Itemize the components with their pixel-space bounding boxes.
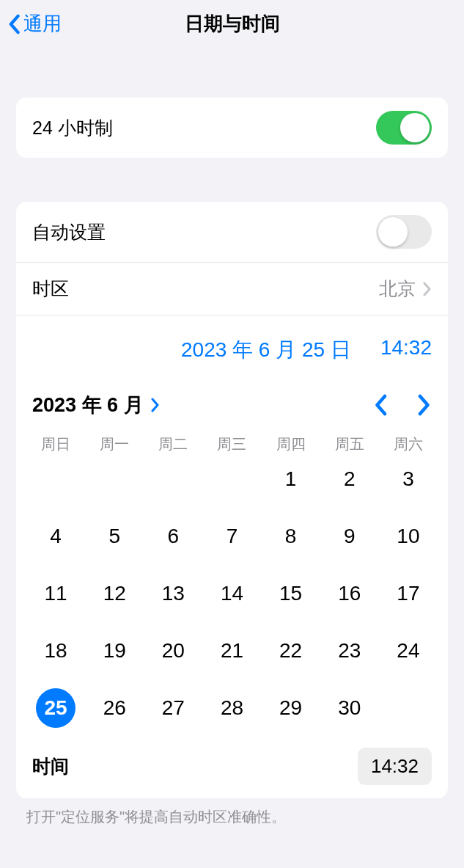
day-cell[interactable]: 12 (85, 577, 144, 610)
timezone-row[interactable]: 时区 北京 (16, 262, 448, 315)
chevron-right-icon (151, 398, 160, 412)
day-empty (144, 463, 202, 495)
24hour-switch[interactable] (376, 111, 432, 145)
day-cell[interactable]: 11 (26, 577, 85, 610)
page-title: 日期与时间 (185, 11, 280, 37)
day-cell[interactable]: 1 (262, 463, 320, 495)
day-cell[interactable]: 28 (202, 692, 261, 724)
day-cell[interactable]: 13 (144, 577, 202, 610)
auto-set-switch[interactable] (376, 215, 432, 249)
24hour-label: 24 小时制 (32, 116, 113, 140)
day-cell[interactable]: 14 (202, 577, 261, 610)
day-cell[interactable]: 5 (85, 520, 144, 552)
day-cell[interactable]: 21 (202, 635, 261, 667)
day-cell[interactable]: 18 (26, 635, 85, 667)
month-title: 2023 年 6 月 (32, 392, 144, 418)
weekday-label: 周六 (379, 434, 438, 454)
day-cell[interactable]: 9 (320, 520, 379, 552)
weekday-label: 周三 (202, 434, 261, 454)
time-picker[interactable]: 14:32 (358, 748, 432, 785)
footer-note: 打开"定位服务"将提高自动时区准确性。 (0, 798, 464, 827)
day-cell[interactable]: 2 (320, 463, 379, 495)
selected-date-link[interactable]: 2023 年 6 月 25 日 (181, 336, 351, 364)
weekday-label: 周二 (144, 434, 202, 454)
auto-set-label: 自动设置 (32, 220, 106, 244)
day-cell[interactable]: 15 (262, 577, 320, 610)
chevron-left-icon (7, 14, 21, 34)
day-cell[interactable]: 7 (202, 520, 261, 552)
day-empty (202, 463, 261, 495)
prev-month-button[interactable] (373, 394, 388, 416)
month-picker[interactable]: 2023 年 6 月 (32, 392, 160, 418)
auto-set-row: 自动设置 (16, 202, 448, 262)
weekday-label: 周日 (26, 434, 85, 454)
back-label: 通用 (23, 11, 62, 37)
day-cell[interactable]: 25 (26, 692, 85, 724)
selected-time-link[interactable]: 14:32 (380, 336, 432, 364)
day-cell[interactable]: 20 (144, 635, 202, 667)
time-label: 时间 (32, 754, 69, 778)
next-month-button[interactable] (417, 394, 432, 416)
day-cell[interactable]: 6 (144, 520, 202, 552)
day-empty (26, 463, 85, 495)
weekday-label: 周五 (320, 434, 379, 454)
timezone-label: 时区 (32, 277, 69, 301)
day-cell[interactable]: 17 (379, 577, 438, 610)
weekday-label: 周四 (262, 434, 320, 454)
day-cell[interactable]: 29 (262, 692, 320, 724)
day-cell[interactable]: 8 (262, 520, 320, 552)
day-cell[interactable]: 23 (320, 635, 379, 667)
day-cell[interactable]: 27 (144, 692, 202, 724)
day-cell[interactable]: 22 (262, 635, 320, 667)
timezone-value: 北京 (379, 277, 416, 301)
day-cell[interactable]: 10 (379, 520, 438, 552)
chevron-right-icon (423, 282, 432, 296)
day-cell[interactable]: 16 (320, 577, 379, 610)
day-empty (85, 463, 144, 495)
day-cell[interactable]: 4 (26, 520, 85, 552)
day-cell[interactable]: 26 (85, 692, 144, 724)
day-cell[interactable]: 30 (320, 692, 379, 724)
weekday-label: 周一 (85, 434, 144, 454)
day-cell[interactable]: 3 (379, 463, 438, 495)
24hour-row: 24 小时制 (16, 98, 448, 158)
back-button[interactable]: 通用 (7, 11, 62, 37)
day-cell[interactable]: 19 (85, 635, 144, 667)
day-cell[interactable]: 24 (379, 635, 438, 667)
